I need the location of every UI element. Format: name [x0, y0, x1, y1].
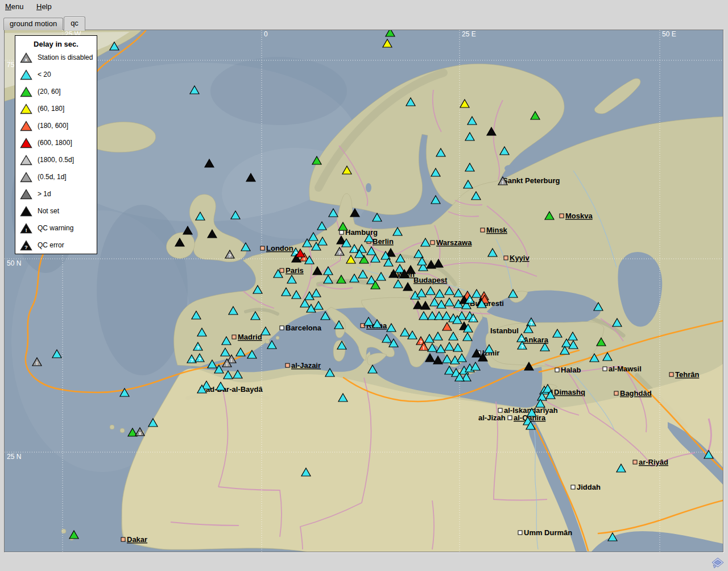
- qc-glyph: ?: [520, 337, 523, 342]
- qc-glyph: ?: [419, 340, 422, 345]
- city: al-Jîzah: [478, 413, 506, 422]
- qc-glyph: ?: [520, 344, 523, 350]
- legend-triangle-icon: [20, 189, 32, 200]
- city-label: Istanbul: [490, 326, 519, 335]
- city: ar-Riyâd: [633, 458, 668, 466]
- city-label: Minsk: [486, 226, 508, 234]
- legend-item: Not set: [15, 202, 97, 220]
- city-label: Madrid: [238, 333, 262, 341]
- qc-glyph: ?: [468, 298, 471, 304]
- qc-glyph: !: [423, 345, 425, 351]
- city-marker: [121, 537, 125, 541]
- city-marker: [286, 363, 289, 367]
- city-label: Budapest: [413, 276, 448, 284]
- legend-item-label: Not set: [38, 207, 59, 215]
- city-marker: [260, 246, 264, 250]
- menu-button[interactable]: Menu: [0, 0, 29, 13]
- map-canvas[interactable]: 25 W025 E50 E75 N50 N25 N LondonParisHam…: [5, 30, 723, 552]
- city: Barcelona: [280, 324, 322, 332]
- legend-item: (60, 180]: [15, 100, 97, 117]
- city-marker: [504, 256, 508, 260]
- city-marker: [508, 416, 512, 420]
- city-marker: [481, 228, 485, 232]
- qc-glyph: ?: [530, 321, 532, 326]
- legend-item: (600, 1800]: [15, 134, 97, 151]
- qc-glyph: x: [139, 431, 142, 436]
- city-marker: [603, 367, 607, 371]
- qc-glyph: ?: [471, 317, 474, 322]
- city-label: al-Jazair: [291, 361, 321, 370]
- city: Umm Durmân: [518, 528, 572, 537]
- city-label: Barcelona: [286, 324, 322, 332]
- city-marker: [340, 230, 344, 234]
- legend-triangle-icon: [20, 104, 32, 114]
- city-marker: [633, 460, 637, 464]
- grid-label: 25 E: [462, 30, 476, 38]
- city-label: Dakar: [127, 535, 147, 544]
- city: Baghdâd: [614, 389, 652, 398]
- legend-item-label: (1800, 0.5d]: [38, 156, 74, 164]
- legend-triangle-icon: [20, 206, 32, 217]
- legend-item: ?QC error: [15, 237, 97, 254]
- city-marker: [431, 241, 435, 245]
- city: Dimashq: [548, 388, 585, 396]
- legend-item-label: QC warning: [38, 224, 73, 232]
- qc-glyph: ?: [228, 253, 231, 259]
- legend-item-label: QC error: [38, 241, 64, 249]
- city-marker: [555, 368, 559, 372]
- legend-item-label: Station is disabled: [38, 53, 93, 61]
- city-label: Sankt Peterburg: [503, 176, 560, 185]
- legend-triangle-icon: !: [20, 223, 32, 234]
- legend-item-label: (60, 180]: [38, 105, 64, 113]
- qc-glyph: !: [226, 362, 228, 367]
- city-label: Berlin: [373, 237, 394, 246]
- qc-glyph: ?: [190, 358, 193, 363]
- city-marker: [560, 214, 564, 218]
- city-label: Kyyiv: [510, 254, 530, 262]
- grid-label: 50 N: [7, 259, 21, 267]
- legend-item: < 20: [15, 66, 97, 83]
- legend-item-label: (20, 60]: [38, 88, 61, 96]
- svg-text:x: x: [24, 56, 28, 63]
- svg-text:!: !: [25, 227, 27, 233]
- menu-bar: Menu Help: [0, 0, 728, 14]
- city-label: Warszawa: [436, 238, 472, 247]
- legend-triangle-icon: x: [20, 52, 32, 63]
- grid-label: 25 N: [7, 453, 21, 461]
- city-label: London: [266, 244, 293, 253]
- city-label: Umm Durmân: [524, 528, 572, 537]
- legend-item-label: < 20: [38, 71, 51, 78]
- help-menu-button[interactable]: Help: [31, 0, 57, 13]
- legend-item-label: (600, 1800]: [38, 139, 72, 147]
- city-marker: [280, 268, 284, 272]
- city: al-Mawsil: [603, 365, 642, 373]
- legend-item: (0.5d, 1d]: [15, 168, 97, 185]
- legend-title: Delay in sec.: [15, 36, 97, 49]
- map-widget[interactable]: 25 W025 E50 E75 N50 N25 N LondonParisHam…: [4, 30, 723, 552]
- city-label: ad-Dar-al-Baydâ: [206, 385, 263, 394]
- city-marker: [518, 531, 522, 535]
- city-label: al-Jîzah: [478, 413, 506, 422]
- grid-label: 0: [264, 30, 268, 38]
- qc-glyph: !: [502, 180, 504, 185]
- legend-items: xStation is disabled< 20(20, 60](60, 180…: [15, 49, 97, 254]
- legend-triangle-icon: [20, 138, 32, 148]
- legend-item: > 1d: [15, 185, 97, 202]
- city-marker: [498, 408, 502, 412]
- qc-glyph: ?: [338, 250, 341, 256]
- legend-item-label: (180, 600]: [38, 122, 68, 130]
- city-marker: [669, 373, 673, 376]
- resize-grip-icon[interactable]: [712, 557, 724, 569]
- city: Warszawa: [431, 238, 472, 247]
- city: Budapest: [413, 276, 448, 284]
- city-label: Moskva: [565, 212, 593, 220]
- legend-triangle-icon: [20, 86, 32, 97]
- qc-glyph: ?: [198, 357, 201, 362]
- tab-bar: ground motion qc: [3, 16, 86, 30]
- city-marker: [614, 391, 618, 395]
- legend-item: xStation is disabled: [15, 49, 97, 66]
- legend-triangle-icon: [20, 121, 32, 131]
- tab-qc[interactable]: qc: [64, 16, 85, 31]
- city: Istanbul: [490, 326, 519, 335]
- tab-ground-motion[interactable]: ground motion: [3, 18, 63, 30]
